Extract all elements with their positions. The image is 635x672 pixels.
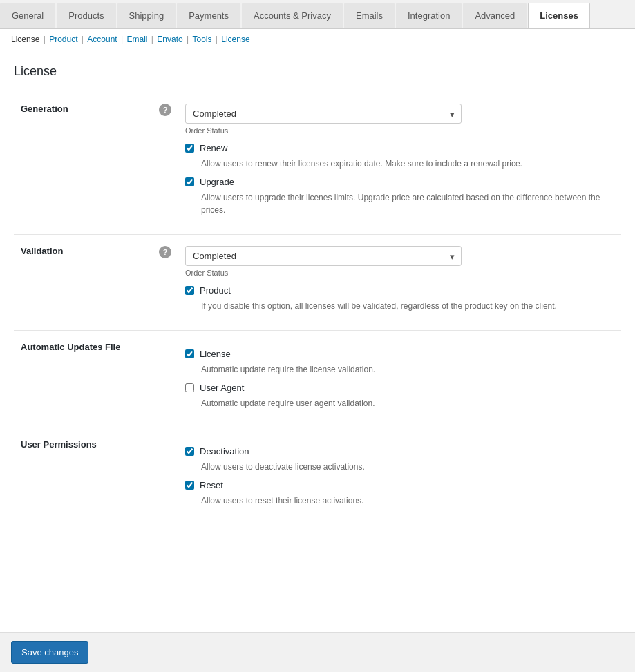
checkbox-desc-renew: Allow users to renew their licenses expi… <box>201 157 614 170</box>
settings-table: Generation?CompletedProcessingOn HoldPen… <box>14 93 621 525</box>
control-cell-user_permissions: DeactivationAllow users to deactivate li… <box>178 428 621 526</box>
section-row-user_permissions: User PermissionsDeactivationAllow users … <box>14 428 621 526</box>
section-row-automatic_updates_file: Automatic Updates FileLicenseAutomatic u… <box>14 331 621 428</box>
checkbox-label-user_agent[interactable]: User Agent <box>200 383 244 393</box>
checkbox-row-upgrade: Upgrade <box>185 177 614 187</box>
checkbox-user_agent[interactable] <box>185 383 194 392</box>
breadcrumb-link-license[interactable]: License <box>221 35 249 44</box>
control-cell-generation: CompletedProcessingOn HoldPendingOrder S… <box>178 93 621 235</box>
section-row-generation: Generation?CompletedProcessingOn HoldPen… <box>14 93 621 235</box>
tab-products[interactable]: Products <box>57 3 115 28</box>
section-label-user_permissions: User Permissions <box>14 428 152 526</box>
select-validation[interactable]: CompletedProcessingOn HoldPending <box>185 246 462 266</box>
save-button[interactable]: Save changes <box>11 641 88 644</box>
breadcrumb-separator: | <box>119 35 126 44</box>
breadcrumb-link-tools[interactable]: Tools <box>192 35 211 44</box>
select-wrapper-validation: CompletedProcessingOn HoldPending <box>185 246 462 266</box>
checkbox-desc-deactivation: Allow users to deactivate license activa… <box>201 461 614 473</box>
tab-licenses[interactable]: Licenses <box>528 3 590 28</box>
control-cell-validation: CompletedProcessingOn HoldPendingOrder S… <box>178 235 621 331</box>
checkbox-label-reset[interactable]: Reset <box>200 480 223 490</box>
checkbox-row-reset: Reset <box>185 480 614 490</box>
breadcrumb: License | Product | Account | Email | En… <box>0 29 635 50</box>
breadcrumb-link-email[interactable]: Email <box>126 35 147 44</box>
help-icon-validation[interactable]: ? <box>159 246 171 258</box>
tab-shipping[interactable]: Shipping <box>117 3 176 28</box>
checkbox-product[interactable] <box>185 286 194 295</box>
checkbox-deactivation[interactable] <box>185 447 194 456</box>
checkbox-row-product: Product <box>185 285 614 296</box>
field-label-validation: Order Status <box>185 269 614 277</box>
checkbox-desc-product: If you disable this option, all licenses… <box>201 300 614 312</box>
checkbox-desc-reset: Allow users to reset their license activ… <box>201 495 614 507</box>
tab-accounts-and-privacy[interactable]: Accounts & Privacy <box>242 3 343 28</box>
tab-integration[interactable]: Integration <box>396 3 462 28</box>
checkbox-upgrade[interactable] <box>185 177 194 186</box>
checkbox-label-renew[interactable]: Renew <box>200 143 227 153</box>
tab-payments[interactable]: Payments <box>177 3 240 28</box>
breadcrumb-link-account[interactable]: Account <box>87 35 117 44</box>
breadcrumb-link-envato[interactable]: Envato <box>157 35 182 44</box>
checkbox-row-license_update: License <box>185 349 614 359</box>
section-label-generation: Generation <box>14 93 152 235</box>
section-label-validation: Validation <box>14 235 152 331</box>
section-label-automatic_updates_file: Automatic Updates File <box>14 331 152 428</box>
checkbox-renew[interactable] <box>185 144 194 153</box>
checkbox-desc-upgrade: Allow users to upgrade their licenes lim… <box>201 191 614 216</box>
breadcrumb-link-product[interactable]: Product <box>49 35 77 44</box>
page-title: License <box>14 64 621 79</box>
help-cell-validation: ? <box>152 235 178 331</box>
tab-advanced[interactable]: Advanced <box>463 3 527 28</box>
help-cell-user_permissions <box>152 428 178 526</box>
help-cell-generation: ? <box>152 93 178 235</box>
breadcrumb-separator: | <box>41 35 48 44</box>
field-label-generation: Order Status <box>185 126 614 135</box>
control-cell-automatic_updates_file: LicenseAutomatic update require the lice… <box>178 331 621 428</box>
breadcrumb-current: License <box>11 35 39 44</box>
checkbox-desc-license_update: Automatic update require the license val… <box>201 363 614 376</box>
checkbox-license_update[interactable] <box>185 349 194 358</box>
checkbox-label-deactivation[interactable]: Deactivation <box>200 446 249 457</box>
breadcrumb-separator: | <box>184 35 191 44</box>
help-icon-generation[interactable]: ? <box>159 104 171 116</box>
save-bar: Save changes <box>0 632 635 644</box>
checkbox-row-deactivation: Deactivation <box>185 446 614 457</box>
tab-general[interactable]: General <box>0 3 55 28</box>
checkbox-row-user_agent: User Agent <box>185 383 614 393</box>
tabs-bar: GeneralProductsShippingPaymentsAccounts … <box>0 0 635 29</box>
checkbox-reset[interactable] <box>185 481 194 490</box>
tab-emails[interactable]: Emails <box>344 3 395 28</box>
help-cell-automatic_updates_file <box>152 331 178 428</box>
section-row-validation: Validation?CompletedProcessingOn HoldPen… <box>14 235 621 331</box>
checkbox-row-renew: Renew <box>185 143 614 153</box>
page-content: License Generation?CompletedProcessingOn… <box>0 50 635 644</box>
breadcrumb-separator: | <box>149 35 156 44</box>
checkbox-label-upgrade[interactable]: Upgrade <box>200 177 234 187</box>
breadcrumb-separator: | <box>213 35 220 44</box>
checkbox-label-product[interactable]: Product <box>200 285 231 296</box>
checkbox-label-license_update[interactable]: License <box>200 349 231 359</box>
select-generation[interactable]: CompletedProcessingOn HoldPending <box>185 104 462 124</box>
select-wrapper-generation: CompletedProcessingOn HoldPending <box>185 104 462 124</box>
checkbox-desc-user_agent: Automatic update require user agent vali… <box>201 397 614 410</box>
breadcrumb-separator: | <box>79 35 86 44</box>
